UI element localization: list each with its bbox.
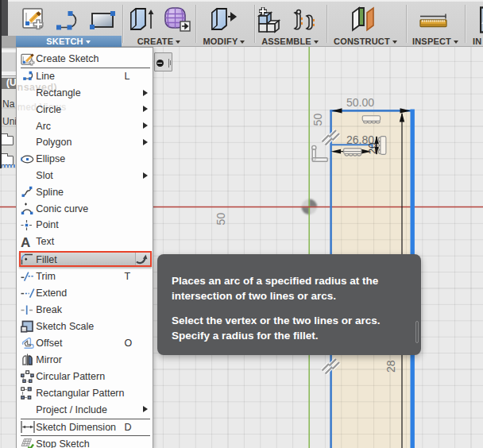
svg-text:50: 50: [214, 213, 227, 226]
svg-text:50: 50: [311, 114, 324, 126]
svg-text:28: 28: [384, 360, 397, 373]
svg-text:A: A: [21, 235, 30, 248]
svg-text:50.00: 50.00: [346, 96, 374, 109]
svg-text:20: 20: [366, 143, 378, 154]
